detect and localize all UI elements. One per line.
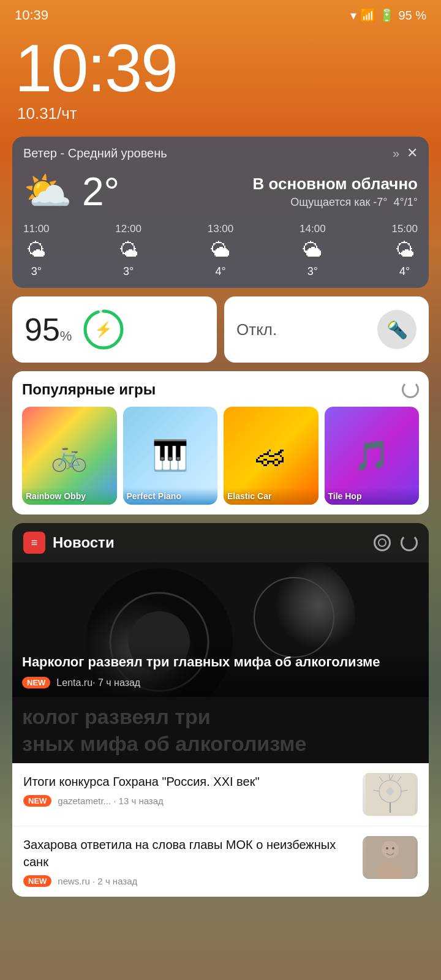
news-featured-image[interactable]: Нарколог развеял три главных мифа об алк… [12, 562, 429, 697]
forecast-temp-2: 3° [123, 265, 134, 278]
svg-point-16 [386, 788, 394, 795]
weather-main: ⛅ 2° В основном облачно Ощущается как -7… [23, 168, 418, 214]
news-featured-title: Нарколог развеял три главных мифа об алк… [22, 653, 419, 672]
news-header: ≡ Новости [12, 523, 429, 562]
game-label-rainbow: Rainbow Obby [22, 488, 117, 505]
weather-main-icon: ⛅ [23, 168, 72, 214]
game-item-elastic-car[interactable]: 🏎 Elastic Car [224, 407, 318, 505]
news-item-1-badge: NEW [23, 795, 51, 807]
battery-widget: 95% ⚡ [12, 296, 217, 363]
signal-icon: 📶 [360, 8, 375, 23]
news-refresh-icon[interactable] [401, 534, 418, 551]
news-item-1-title: Итоги конкурса Гохрана "Россия. XXI век" [23, 773, 354, 790]
quick-widgets: 95% ⚡ Откл. 🔦 [12, 296, 429, 363]
forecast-time-3: 13:00 [208, 223, 234, 235]
weather-close-icon[interactable]: ✕ [407, 145, 418, 161]
weather-feels-like: Ощущается как -7° 4°/1° [252, 196, 418, 209]
game-item-perfect-piano[interactable]: 🎹 Perfect Piano [123, 407, 218, 505]
news-header-title: Новости [53, 534, 366, 551]
battery-status-icon: 🔋 [379, 8, 394, 23]
svg-point-22 [392, 847, 394, 850]
forecast-time-4: 14:00 [300, 223, 326, 235]
forecast-3: 13:00 🌥 4° [208, 223, 234, 278]
news-item-2[interactable]: Захарова ответила на слова главы МОК о н… [12, 826, 429, 897]
forecast-1: 11:00 🌤 3° [23, 223, 50, 278]
games-refresh-icon[interactable] [402, 381, 419, 398]
games-header: Популярные игры [22, 381, 419, 398]
news-item-1-content: Итоги конкурса Гохрана "Россия. XXI век"… [23, 773, 354, 807]
news-item-1-img-inner [363, 773, 418, 816]
forecast-temp-4: 3° [307, 265, 318, 278]
news-item-1-image [363, 773, 418, 816]
weather-header: Ветер - Средний уровень » ✕ [23, 145, 418, 161]
flashlight-icon: 🔦 [386, 320, 408, 340]
flashlight-label: Откл. [236, 320, 277, 339]
forecast-time-1: 11:00 [23, 223, 50, 235]
forecast-icon-3: 🌥 [211, 239, 230, 262]
svg-point-19 [382, 841, 399, 858]
weather-actions[interactable]: » ✕ [393, 145, 418, 161]
game-label-tiles: Tile Hop [325, 488, 420, 505]
news-item-1[interactable]: Итоги конкурса Гохрана "Россия. XXI век"… [12, 763, 429, 826]
news-featured-meta: NEW Lenta.ru· 7 ч назад [22, 677, 419, 688]
weather-expand-icon[interactable]: » [393, 146, 399, 160]
games-title: Популярные игры [22, 381, 156, 398]
forecast-icon-2: 🌤 [119, 239, 138, 262]
weather-widget: Ветер - Средний уровень » ✕ ⛅ 2° В основ… [12, 137, 429, 288]
news-big-headline: колог развеял тризных мифа об алкоголизм… [22, 703, 419, 757]
flashlight-button[interactable]: 🔦 [377, 310, 417, 349]
battery-percent-display: 95% [24, 311, 72, 348]
news-widget: ≡ Новости [12, 523, 429, 897]
news-big-headline-area: колог развеял тризных мифа об алкоголизм… [12, 697, 429, 763]
game-item-tile-hop[interactable]: 🎵 Tile Hop [325, 407, 420, 505]
forecast-2: 12:00 🌤 3° [115, 223, 141, 278]
weather-temperature: 2° [82, 169, 119, 214]
status-time: 10:39 [15, 7, 48, 23]
game-label-car: Elastic Car [224, 488, 318, 505]
news-featured-badge: NEW [22, 677, 50, 688]
news-item-2-content: Захарова ответила на слова главы МОК о н… [23, 836, 354, 887]
clock-time: 10:39 [15, 34, 426, 102]
clock-date: 10.31/чт [17, 104, 426, 123]
news-item-2-title: Захарова ответила на слова главы МОК о н… [23, 836, 354, 870]
forecast-temp-1: 3° [31, 265, 42, 278]
game-item-rainbow-obby[interactable]: 🚲 Rainbow Obby [22, 407, 117, 505]
wifi-icon: ▾ [350, 8, 356, 23]
status-bar: 10:39 ▾ 📶 🔋 95 % [0, 0, 441, 28]
weather-forecast: 11:00 🌤 3° 12:00 🌤 3° 13:00 🌥 4° 14:00 🌥… [23, 223, 418, 278]
forecast-temp-5: 4° [399, 265, 410, 278]
news-item-2-source: news.ru · 2 ч назад [58, 876, 137, 886]
forecast-icon-4: 🌥 [303, 239, 322, 262]
news-item-2-meta: NEW news.ru · 2 ч назад [23, 875, 354, 887]
status-icons: ▾ 📶 🔋 95 % [350, 8, 426, 23]
flashlight-widget[interactable]: Откл. 🔦 [224, 296, 429, 363]
forecast-time-5: 15:00 [391, 223, 418, 235]
news-item-2-image [363, 836, 418, 879]
news-item-2-badge: NEW [23, 875, 51, 887]
news-list: Итоги конкурса Гохрана "Россия. XXI век"… [12, 763, 429, 897]
battery-charging-icon: ⚡ [94, 321, 113, 338]
games-widget: Популярные игры 🚲 Rainbow Obby 🎹 Perfect… [12, 371, 429, 514]
games-grid: 🚲 Rainbow Obby 🎹 Perfect Piano 🏎 Elastic… [22, 407, 419, 505]
news-target-icon[interactable] [374, 534, 391, 551]
game-label-piano: Perfect Piano [123, 488, 218, 505]
forecast-time-2: 12:00 [115, 223, 141, 235]
svg-point-21 [386, 847, 388, 850]
clock-widget: 10:39 10.31/чт [0, 28, 441, 126]
person-svg [366, 836, 415, 879]
dandelion-svg [366, 773, 415, 816]
forecast-icon-5: 🌤 [395, 239, 415, 262]
news-item-1-source: gazetametr... · 13 ч назад [58, 796, 163, 806]
weather-description: В основном облачно Ощущается как -7° 4°/… [252, 175, 418, 209]
forecast-5: 15:00 🌤 4° [391, 223, 418, 278]
forecast-temp-3: 4° [215, 265, 225, 278]
news-item-2-img-inner [363, 836, 418, 879]
news-featured-overlay: Нарколог развеял три главных мифа об алк… [12, 644, 429, 697]
forecast-4: 14:00 🌥 3° [300, 223, 326, 278]
weather-title: Ветер - Средний уровень [23, 146, 167, 160]
news-header-actions[interactable] [374, 534, 418, 551]
weather-desc-main: В основном облачно [252, 175, 418, 194]
news-featured-source: Lenta.ru· 7 ч назад [56, 677, 140, 688]
news-item-1-meta: NEW gazetametr... · 13 ч назад [23, 795, 354, 807]
news-logo: ≡ [23, 532, 45, 554]
